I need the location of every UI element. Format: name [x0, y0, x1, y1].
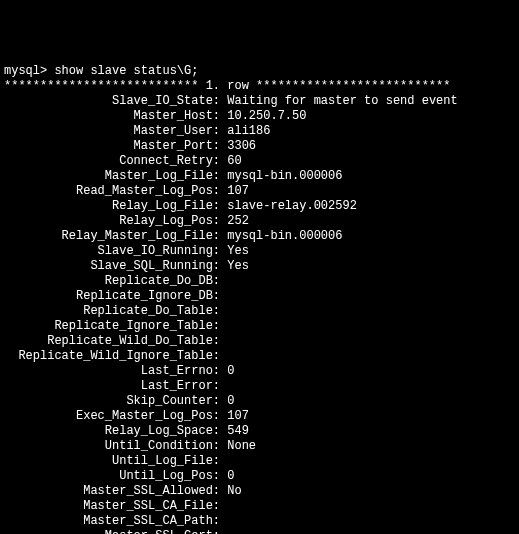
field-value: mysql-bin.000006 [227, 169, 342, 183]
mysql-prompt: mysql> show slave status\G; [4, 64, 198, 78]
field-label: Relay_Log_File: [4, 199, 220, 214]
field-label: Relay_Log_Space: [4, 424, 220, 439]
field-value: None [227, 439, 256, 453]
terminal-output: mysql> show slave status\G; ************… [4, 64, 515, 534]
field-label: Until_Log_Pos: [4, 469, 220, 484]
status-field-until_condition: Until_Condition: None [4, 439, 515, 454]
field-value: ali186 [227, 124, 270, 138]
status-field-master_ssl_cert: Master_SSL_Cert: [4, 529, 515, 534]
field-label: Master_SSL_Allowed: [4, 484, 220, 499]
field-value: 549 [227, 424, 249, 438]
status-field-master_ssl_ca_file: Master_SSL_CA_File: [4, 499, 515, 514]
status-field-master_user: Master_User: ali186 [4, 124, 515, 139]
field-label: Slave_IO_Running: [4, 244, 220, 259]
status-field-connect_retry: Connect_Retry: 60 [4, 154, 515, 169]
field-label: Master_SSL_CA_File: [4, 499, 220, 514]
status-field-replicate_ignore_table: Replicate_Ignore_Table: [4, 319, 515, 334]
field-label: Master_User: [4, 124, 220, 139]
status-field-master_port: Master_Port: 3306 [4, 139, 515, 154]
field-label: Replicate_Do_DB: [4, 274, 220, 289]
status-field-exec_master_log_pos: Exec_Master_Log_Pos: 107 [4, 409, 515, 424]
status-field-last_error: Last_Error: [4, 379, 515, 394]
status-field-relay_log_file: Relay_Log_File: slave-relay.002592 [4, 199, 515, 214]
field-value: 60 [227, 154, 241, 168]
status-field-skip_counter: Skip_Counter: 0 [4, 394, 515, 409]
field-value: No [227, 484, 241, 498]
field-label: Connect_Retry: [4, 154, 220, 169]
field-value: 0 [227, 364, 234, 378]
field-label: Until_Log_File: [4, 454, 220, 469]
field-value: 252 [227, 214, 249, 228]
status-field-master_log_file: Master_Log_File: mysql-bin.000006 [4, 169, 515, 184]
status-field-replicate_do_db: Replicate_Do_DB: [4, 274, 515, 289]
field-label: Slave_IO_State: [4, 94, 220, 109]
field-label: Replicate_Ignore_Table: [4, 319, 220, 334]
status-field-master_host: Master_Host: 10.250.7.50 [4, 109, 515, 124]
field-label: Until_Condition: [4, 439, 220, 454]
status-field-relay_log_pos: Relay_Log_Pos: 252 [4, 214, 515, 229]
field-value: 0 [227, 469, 234, 483]
field-label: Replicate_Do_Table: [4, 304, 220, 319]
field-label: Replicate_Wild_Do_Table: [4, 334, 220, 349]
status-field-until_log_file: Until_Log_File: [4, 454, 515, 469]
field-label: Master_Log_File: [4, 169, 220, 184]
field-label: Slave_SQL_Running: [4, 259, 220, 274]
field-value: 107 [227, 184, 249, 198]
field-value: mysql-bin.000006 [227, 229, 342, 243]
status-field-until_log_pos: Until_Log_Pos: 0 [4, 469, 515, 484]
field-label: Master_SSL_Cert: [4, 529, 220, 534]
field-label: Last_Errno: [4, 364, 220, 379]
status-field-slave_sql_running: Slave_SQL_Running: Yes [4, 259, 515, 274]
field-value: 107 [227, 409, 249, 423]
field-label: Master_SSL_CA_Path: [4, 514, 220, 529]
field-label: Skip_Counter: [4, 394, 220, 409]
status-field-master_ssl_allowed: Master_SSL_Allowed: No [4, 484, 515, 499]
field-value: Yes [227, 244, 249, 258]
status-field-replicate_do_table: Replicate_Do_Table: [4, 304, 515, 319]
row-header: *************************** 1. row *****… [4, 79, 450, 93]
field-value: Waiting for master to send event [227, 94, 457, 108]
field-label: Master_Host: [4, 109, 220, 124]
status-field-replicate_ignore_db: Replicate_Ignore_DB: [4, 289, 515, 304]
status-field-relay_log_space: Relay_Log_Space: 549 [4, 424, 515, 439]
status-field-replicate_wild_ignore_table: Replicate_Wild_Ignore_Table: [4, 349, 515, 364]
field-value: slave-relay.002592 [227, 199, 357, 213]
field-label: Read_Master_Log_Pos: [4, 184, 220, 199]
field-label: Relay_Log_Pos: [4, 214, 220, 229]
status-field-slave_io_running: Slave_IO_Running: Yes [4, 244, 515, 259]
field-label: Replicate_Ignore_DB: [4, 289, 220, 304]
field-label: Master_Port: [4, 139, 220, 154]
field-label: Replicate_Wild_Ignore_Table: [4, 349, 220, 364]
status-field-read_master_log_pos: Read_Master_Log_Pos: 107 [4, 184, 515, 199]
field-label: Exec_Master_Log_Pos: [4, 409, 220, 424]
status-field-relay_master_log_file: Relay_Master_Log_File: mysql-bin.000006 [4, 229, 515, 244]
field-value: Yes [227, 259, 249, 273]
field-label: Last_Error: [4, 379, 220, 394]
field-value: 10.250.7.50 [227, 109, 306, 123]
field-value: 3306 [227, 139, 256, 153]
field-value: 0 [227, 394, 234, 408]
status-field-replicate_wild_do_table: Replicate_Wild_Do_Table: [4, 334, 515, 349]
status-field-master_ssl_ca_path: Master_SSL_CA_Path: [4, 514, 515, 529]
status-field-slave_io_state: Slave_IO_State: Waiting for master to se… [4, 94, 515, 109]
field-label: Relay_Master_Log_File: [4, 229, 220, 244]
status-field-last_errno: Last_Errno: 0 [4, 364, 515, 379]
